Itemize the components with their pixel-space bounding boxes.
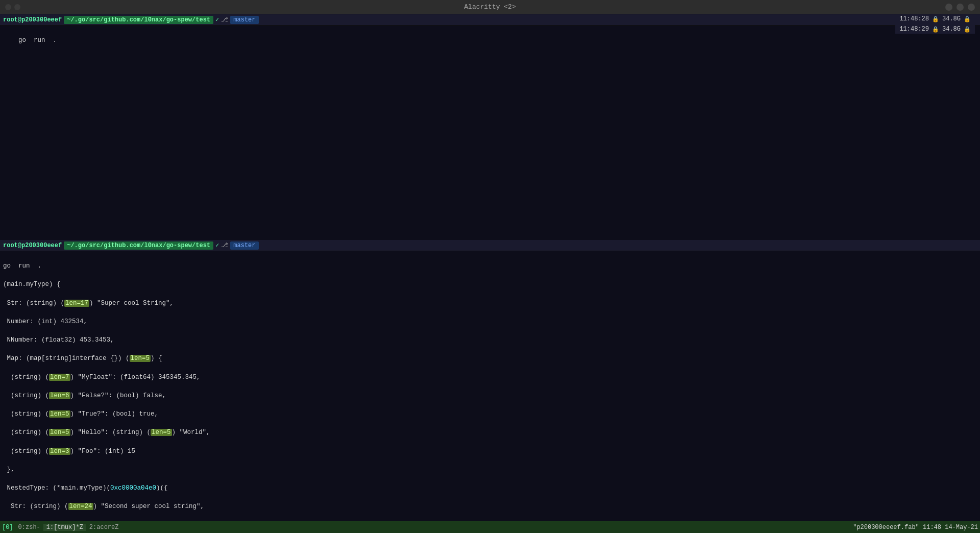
titlebar: Alacritty <2> [5/5]: [0, 0, 980, 14]
lock-icon-1: 🔒: [932, 16, 939, 22]
time-row-1: 11:48:28 🔒 34.8G 🔒: [895, 14, 975, 23]
time-2: 11:48:29: [899, 26, 929, 33]
ctrl-3[interactable]: [968, 4, 975, 11]
cpu-1: 34.8G: [942, 15, 961, 22]
window-title: Alacritty <2>: [464, 3, 516, 11]
line-5: Map: (map[string]interface {}) (len=5) {: [3, 355, 162, 362]
pane1-check: ✓: [215, 16, 219, 23]
pane1-branch: master: [230, 16, 258, 24]
status-time-area: 11:48:28 🔒 34.8G 🔒 11:48:29 🔒 34.8G 🔒: [895, 14, 975, 34]
line-7: (string) (len=6) "False?": (bool) false,: [3, 392, 166, 399]
time-row-2: 11:48:29 🔒 34.8G 🔒: [895, 25, 975, 34]
tmux-win-1[interactable]: 1:[tmux]*Z: [43, 524, 86, 531]
pane2-branch: master: [230, 241, 258, 250]
pane1-cmd: go run .: [18, 37, 57, 44]
line-4: NNumber: (float32) 453.3453,: [3, 336, 114, 344]
lock-icon-4: 🔒: [964, 26, 971, 33]
pane2-header: root@p200300eeef ~/.go/src/github.com/l0…: [0, 240, 980, 251]
minimize-button[interactable]: [14, 4, 20, 10]
window-controls: [945, 4, 975, 11]
line-13: Str: (string) (len=24) "Second super coo…: [3, 503, 204, 510]
tmux-win-0[interactable]: 0:zsh-: [15, 524, 43, 531]
pane2-path: ~/.go/src/github.com/l0nax/go-spew/test: [64, 241, 213, 250]
line-9: (string) (len=5) "Hello": (string) (len=…: [3, 429, 210, 436]
line-11: },: [3, 466, 15, 473]
tmux-win-2[interactable]: 2:acoreZ: [86, 524, 122, 531]
line-2: Str: (string) (len=17) "Super cool Strin…: [3, 300, 174, 307]
pane1-path: ~/.go/src/github.com/l0nax/go-spew/test: [64, 16, 213, 24]
line-10: (string) (len=3) "Foo": (int) 15: [3, 448, 135, 455]
line-8: (string) (len=5) "True?": (bool) true,: [3, 410, 158, 418]
cpu-2: 34.8G: [942, 26, 961, 33]
pane1-header: root@p200300eeef ~/.go/src/github.com/l0…: [0, 14, 980, 26]
traffic-lights: [5, 4, 20, 10]
time-1: 11:48:28: [899, 15, 929, 22]
pane1-git-icon: ⎇: [221, 16, 228, 23]
ctrl-1[interactable]: [945, 4, 952, 11]
pane1-prompt: root@p200300eeef: [3, 16, 62, 23]
lock-icon-3: 🔒: [932, 26, 939, 33]
tmux-right-info: "p200300eeeef.fab" 11:48 14-May-21: [853, 524, 978, 531]
pane2-git-icon: ⎇: [221, 241, 228, 249]
line-12: NestedType: (*main.myType)(0xc0000a04e0)…: [3, 484, 168, 492]
main-container: 11:48:28 🔒 34.8G 🔒 11:48:29 🔒 34.8G 🔒 ro…: [0, 14, 980, 521]
tmux-session: [0]: [2, 524, 13, 531]
ctrl-2[interactable]: [957, 4, 964, 11]
line-cmd: go run .: [3, 262, 41, 270]
line-3: Number: (int) 432534,: [3, 318, 87, 325]
close-button[interactable]: [5, 4, 11, 10]
line-6: (string) (len=7) "MyFloat": (float64) 34…: [3, 374, 201, 381]
pane2-prompt: root@p200300eeef: [3, 242, 62, 249]
lock-icon-2: 🔒: [964, 16, 971, 22]
pane2-check: ✓: [215, 241, 219, 249]
terminal-output[interactable]: go run . (main.myType) { Str: (string) (…: [0, 251, 980, 521]
tmux-statusbar: [0] 0:zsh- 1:[tmux]*Z 2:acoreZ "p200300e…: [0, 521, 980, 533]
pane1-content[interactable]: go run .: [0, 26, 980, 240]
line-1: (main.myType) {: [3, 281, 61, 288]
